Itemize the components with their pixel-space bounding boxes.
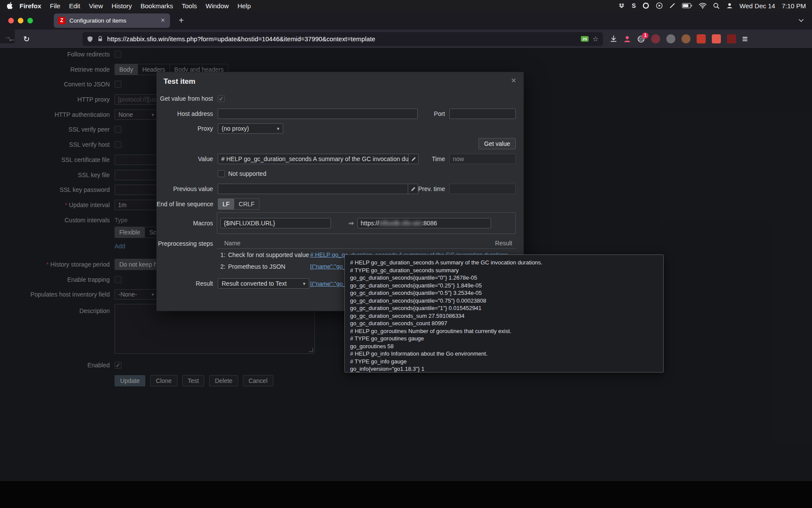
downloads-icon[interactable] (610, 35, 617, 43)
macros-box: ⇒ https://influxdb.sfio.win:8086 (217, 212, 516, 234)
tooltip-line: # HELP go_goroutines Number of goroutine… (350, 327, 658, 335)
apple-menu-icon[interactable] (6, 2, 15, 9)
zabbix-favicon: Z (58, 17, 65, 24)
tab-configuration-of-items[interactable]: Z Configuration of items × (54, 13, 170, 28)
field-label: End of line sequence (157, 201, 213, 208)
extension-icon-2[interactable] (666, 34, 675, 43)
row-proxy: Proxy (no proxy) ▾ (157, 123, 516, 134)
tooltip-line: go_gc_duration_seconds{quantile="0.25"} … (350, 282, 658, 290)
previous-value-input[interactable] (218, 184, 418, 194)
user-switch-icon[interactable] (726, 2, 733, 10)
url-text[interactable]: https://zabbix.sfio.win/items.php?form=u… (107, 36, 577, 43)
zoom-window-button[interactable] (27, 18, 33, 23)
tooltip-line: go_gc_duration_seconds{quantile="0.5"} 3… (350, 289, 658, 297)
tab-close-icon[interactable]: × (160, 16, 166, 24)
field-label: Get value from host (157, 95, 213, 102)
menu-bookmarks[interactable]: Bookmarks (136, 2, 177, 10)
url-bar[interactable]: https://zabbix.sfio.win/items.php?form=u… (82, 32, 603, 46)
row-get-value: Get value (157, 138, 516, 149)
list-all-tabs-button[interactable] (798, 18, 804, 23)
macos-menubar: Firefox File Edit View History Bookmarks… (0, 0, 812, 11)
prev-time-label: Prev. time (418, 185, 445, 192)
menubar-app-name[interactable]: Firefox (15, 2, 46, 10)
not-supported-checkbox[interactable] (218, 170, 225, 177)
value-text: # HELP go_gc_duration_seconds A summary … (218, 155, 408, 162)
extension-icon-6[interactable] (727, 34, 736, 43)
menubar-status-icons: S Wed Dec 14 7:10 PM (618, 2, 806, 10)
eol-crlf[interactable]: CRLF (234, 198, 259, 210)
pen-icon[interactable] (669, 2, 675, 10)
extension-icon-5[interactable] (712, 34, 721, 43)
hamburger-menu-icon[interactable]: ≡ (742, 33, 748, 45)
maps-to-arrow-icon: ⇒ (348, 219, 354, 227)
notification-badge: 1 (642, 33, 648, 39)
play-circle-icon[interactable] (656, 2, 663, 10)
port-input[interactable] (449, 109, 516, 119)
menu-file[interactable]: File (46, 2, 65, 10)
wifi-icon[interactable] (699, 2, 707, 10)
proxy-select[interactable]: (no proxy) ▾ (218, 123, 283, 134)
modal-close-icon[interactable]: × (509, 75, 518, 86)
value-preview-tooltip: # HELP go_gc_duration_seconds A summary … (344, 254, 664, 373)
edit-pencil-icon[interactable] (408, 154, 418, 164)
account-icon[interactable] (623, 35, 631, 43)
tooltip-line: go_gc_duration_seconds{quantile="0.75"} … (350, 297, 658, 305)
time-label: Time (432, 155, 445, 162)
value-input[interactable]: # HELP go_gc_duration_seconds A summary … (218, 154, 419, 164)
navigation-toolbar: ← → ↻ https://zabbix.sfio.win/items.php?… (0, 30, 812, 49)
eol-lf[interactable]: LF (218, 198, 234, 210)
edit-pencil-icon[interactable] (408, 184, 418, 194)
result-format-select[interactable]: Result converted to Text ▾ (218, 278, 309, 289)
port-label: Port (434, 110, 445, 117)
containers-icon[interactable]: 1 (637, 35, 645, 43)
lock-icon[interactable] (97, 36, 103, 42)
tooltip-line: # TYPE go_gc_duration_seconds summary (350, 267, 658, 274)
menubar-date[interactable]: Wed Dec 14 (740, 2, 775, 10)
menubar-time[interactable]: 7:10 PM (782, 2, 806, 10)
row-host-address: Host address Port (157, 108, 516, 119)
not-supported-label: Not supported (228, 170, 266, 177)
extension-icon-4[interactable] (697, 34, 706, 43)
dropbox-icon[interactable] (618, 2, 625, 10)
field-label: Macros (157, 220, 213, 227)
field-label: Preprocessing steps (157, 240, 213, 247)
shottr-icon[interactable]: S (632, 2, 636, 10)
battery-icon[interactable] (682, 2, 692, 10)
get-value-from-host-checkbox[interactable] (218, 95, 225, 102)
tracking-shield-icon[interactable] (87, 36, 93, 43)
forward-button[interactable]: → (0, 30, 15, 43)
preprocessing-header: Name Result (217, 238, 516, 249)
spotlight-search-icon[interactable] (713, 2, 720, 10)
field-label: Proxy (157, 125, 213, 132)
menu-edit[interactable]: Edit (65, 2, 85, 10)
field-label: Value (157, 155, 213, 162)
macro-value-prefix: https:// (361, 220, 379, 227)
tooltip-line: # HELP go_info Information about the Go … (350, 350, 658, 358)
menu-view[interactable]: View (85, 2, 107, 10)
menu-tools[interactable]: Tools (177, 2, 201, 10)
host-address-input[interactable] (218, 109, 418, 119)
tab-title: Configuration of items (69, 17, 156, 24)
new-tab-button[interactable]: + (176, 16, 187, 26)
reload-button[interactable]: ↻ (19, 32, 34, 46)
field-label: Host address (157, 110, 213, 117)
menu-help[interactable]: Help (233, 2, 255, 10)
extension-icon-3[interactable] (681, 34, 691, 43)
menu-history[interactable]: History (107, 2, 136, 10)
close-window-button[interactable] (8, 18, 14, 23)
round-app-icon[interactable] (642, 2, 649, 10)
macro-value-suffix: :8086 (422, 220, 437, 227)
js-extension-badge[interactable]: JS (581, 36, 589, 42)
get-value-button[interactable]: Get value (478, 138, 516, 149)
field-label: Previous value (157, 185, 213, 192)
macro-name-input[interactable] (220, 218, 331, 228)
macro-value-input[interactable]: https://influxdb.sfio.win:8086 (357, 218, 491, 228)
bookmark-star-icon[interactable]: ☆ (593, 35, 599, 43)
extension-icon-1[interactable] (651, 34, 660, 43)
tooltip-line: go_goroutines 58 (350, 343, 658, 350)
minimize-window-button[interactable] (18, 18, 23, 23)
result-column-header: Result (495, 240, 516, 247)
toolbar-buttons: 1 ≡ (610, 33, 750, 45)
menu-window[interactable]: Window (201, 2, 233, 10)
chevron-down-icon: ▾ (303, 281, 305, 287)
